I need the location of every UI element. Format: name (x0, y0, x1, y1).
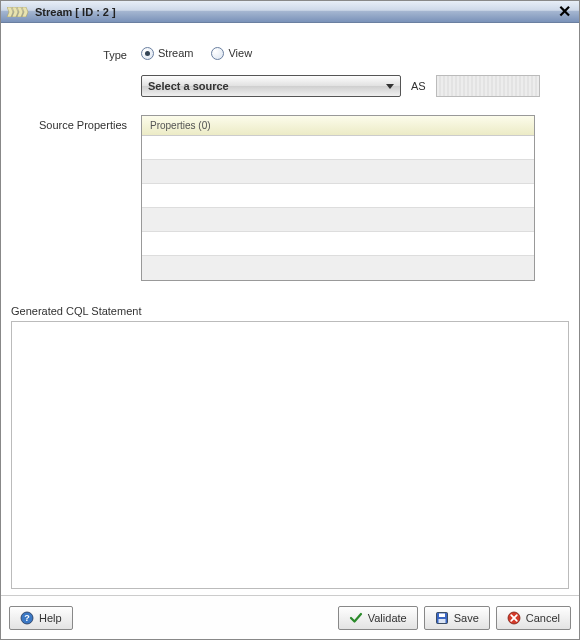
radio-stream-label: Stream (158, 47, 193, 59)
property-row[interactable] (142, 136, 534, 160)
help-icon: ? (20, 611, 34, 625)
save-button-label: Save (454, 612, 479, 624)
save-button[interactable]: Save (424, 606, 490, 630)
cql-textarea[interactable] (11, 321, 569, 589)
cancel-icon (507, 611, 521, 625)
close-icon[interactable]: ✕ (556, 5, 573, 19)
cancel-button-label: Cancel (526, 612, 560, 624)
dropdown-text: Select a source (148, 80, 229, 92)
footer-bar: ? Help Validate Save Cancel (1, 595, 579, 639)
help-button[interactable]: ? Help (9, 606, 73, 630)
dialog-window: Stream [ ID : 2 ] ✕ Type Stream View (0, 0, 580, 640)
cancel-button[interactable]: Cancel (496, 606, 571, 630)
label-empty (11, 75, 141, 79)
source-dropdown[interactable]: Select a source (141, 75, 401, 97)
validate-button-label: Validate (368, 612, 407, 624)
radio-stream[interactable]: Stream (141, 47, 193, 60)
svg-marker-0 (7, 7, 13, 17)
svg-text:?: ? (24, 613, 30, 623)
row-source-properties: Source Properties Properties (0) (11, 115, 569, 281)
window-title: Stream [ ID : 2 ] (35, 6, 116, 18)
radio-view-label: View (228, 47, 252, 59)
property-row[interactable] (142, 256, 534, 280)
row-source: Select a source AS (11, 75, 569, 97)
help-button-label: Help (39, 612, 62, 624)
dialog-body: Type Stream View Select a sour (1, 23, 579, 595)
property-row[interactable] (142, 232, 534, 256)
svg-rect-8 (438, 619, 445, 623)
property-row[interactable] (142, 208, 534, 232)
alias-input[interactable] (436, 75, 540, 97)
stream-icon (7, 5, 29, 19)
property-row[interactable] (142, 160, 534, 184)
property-row[interactable] (142, 184, 534, 208)
label-source-properties: Source Properties (11, 115, 141, 131)
radio-icon (141, 47, 154, 60)
chevron-down-icon (386, 84, 394, 89)
label-as: AS (411, 80, 426, 92)
radio-icon (211, 47, 224, 60)
validate-button[interactable]: Validate (338, 606, 418, 630)
title-bar: Stream [ ID : 2 ] ✕ (1, 1, 579, 23)
properties-panel: Properties (0) (141, 115, 535, 281)
type-radio-group: Stream View (141, 47, 252, 60)
label-type: Type (11, 45, 141, 61)
check-icon (349, 611, 363, 625)
properties-header: Properties (0) (142, 116, 534, 136)
properties-body (142, 136, 534, 280)
svg-rect-7 (439, 613, 445, 617)
save-icon (435, 611, 449, 625)
label-cql: Generated CQL Statement (11, 305, 569, 317)
row-type: Type Stream View (11, 45, 569, 61)
radio-view[interactable]: View (211, 47, 252, 60)
